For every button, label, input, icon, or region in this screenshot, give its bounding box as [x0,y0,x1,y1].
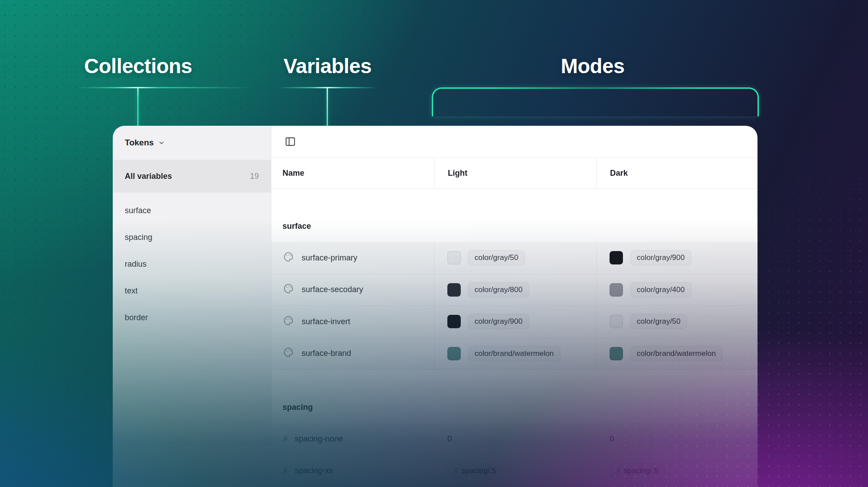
token-chip[interactable]: color/brand/watermelon [468,346,561,361]
collections-connector-horizontal [77,87,254,88]
color-swatch[interactable] [447,251,461,264]
sidebar-item-label: surface [125,206,151,215]
collections-title: Collections [84,54,192,78]
number-variable-icon: # [616,467,620,475]
all-variables-label: All variables [125,172,172,181]
token-chip-label: color/gray/50 [637,317,680,326]
table-toolbar [271,126,757,158]
variable-name: spacing-none [295,434,343,444]
token-chip[interactable]: color/gray/800 [468,282,529,297]
table-header-row: Name Light Dark [271,158,757,189]
alias-chip-label: spacing/.5 [462,466,496,475]
table-row-surface-brand[interactable]: surface-brand color/brand/watermelon col… [271,338,757,370]
token-chip[interactable]: color/gray/900 [630,250,692,265]
sidebar-item-border[interactable]: border [113,304,271,331]
color-variable-icon [283,251,295,265]
group-label-surface: surface [271,189,757,242]
table-row-surface-invert[interactable]: surface-invert color/gray/900 color/gray… [271,306,757,338]
alias-chip-label: spacing/.5 [624,466,659,475]
value-text[interactable]: 0 [610,434,614,444]
modes-bracket [432,87,759,116]
column-header-dark: Dark [596,158,757,188]
sidebar-item-radius[interactable]: radius [113,251,271,277]
color-swatch[interactable] [447,315,461,328]
variable-name: surface-secodary [302,285,363,294]
color-swatch[interactable] [447,347,461,360]
sidebar-item-all-variables[interactable]: All variables 19 [113,160,271,193]
token-chip-label: color/gray/800 [475,285,523,294]
layout-sidebar-icon [284,136,296,148]
token-chip-label: color/brand/watermelon [475,349,554,358]
variables-title: Variables [283,54,372,78]
number-variable-icon: # [454,467,458,475]
token-chip[interactable]: color/gray/50 [468,250,525,265]
token-chip-label: color/gray/900 [475,317,523,326]
token-chip[interactable]: color/gray/400 [630,282,692,297]
number-variable-icon: # [283,434,288,444]
column-header-light: Light [434,158,596,188]
token-chip-label: color/gray/400 [637,285,685,294]
collections-connector-vertical [137,87,139,127]
sidebar-item-spacing[interactable]: spacing [113,224,271,251]
toggle-sidebar-button[interactable] [281,133,299,151]
chevron-down-icon [158,140,165,146]
table-row-surface-secodary[interactable]: surface-secodary color/gray/800 color/gr… [271,274,757,306]
token-chip-label: color/gray/900 [637,253,685,262]
collection-name: Tokens [125,138,154,148]
alias-chip[interactable]: # spacing/.5 [447,463,503,479]
table-row-spacing-xs[interactable]: # spacing-xs # spacing/.5 # spacing/.5 [271,455,757,487]
all-variables-count: 19 [250,172,259,181]
group-label-spacing: spacing [271,370,757,423]
value-text[interactable]: 0 [447,434,452,444]
token-chip-label: color/brand/watermelon [637,349,716,358]
color-swatch[interactable] [610,251,623,264]
sidebar-item-label: spacing [125,233,152,242]
color-variable-icon [283,347,295,360]
variable-name: spacing-xs [295,466,333,475]
token-chip[interactable]: color/gray/900 [468,314,529,329]
token-chip[interactable]: color/brand/watermelon [630,346,723,361]
alias-chip[interactable]: # spacing/.5 [610,463,665,479]
sidebar-item-label: radius [125,260,147,269]
column-header-name: Name [271,158,434,188]
collection-selector[interactable]: Tokens [113,126,271,160]
screenshot-stage: Collections Variables Modes Tokens All v… [0,0,868,487]
color-variable-icon [283,315,295,329]
table-row-surface-primary[interactable]: surface-primary color/gray/50 color/gray… [271,242,757,274]
sidebar-item-surface[interactable]: surface [113,197,271,224]
variable-name: surface-primary [302,253,357,263]
color-swatch[interactable] [610,347,623,360]
token-chip-label: color/gray/50 [475,253,518,262]
variable-name: surface-invert [302,317,350,326]
collections-sidebar: Tokens All variables 19 surface spacing … [113,126,271,487]
token-chip[interactable]: color/gray/50 [630,314,687,329]
table-row-spacing-none[interactable]: # spacing-none 0 0 [271,423,757,455]
sidebar-group-list: surface spacing radius text border [113,193,271,331]
sidebar-item-label: text [125,286,138,296]
number-variable-icon: # [283,466,288,476]
variable-name: surface-brand [302,349,351,358]
sidebar-item-label: border [125,313,148,322]
color-swatch[interactable] [610,315,623,328]
color-swatch[interactable] [610,283,623,297]
modes-title: Modes [561,54,624,78]
color-swatch[interactable] [447,283,461,297]
variables-panel: Tokens All variables 19 surface spacing … [113,126,757,487]
color-variable-icon [283,283,295,297]
variables-table-area: Name Light Dark surface surface-primary … [271,126,757,487]
sidebar-item-text[interactable]: text [113,277,271,304]
